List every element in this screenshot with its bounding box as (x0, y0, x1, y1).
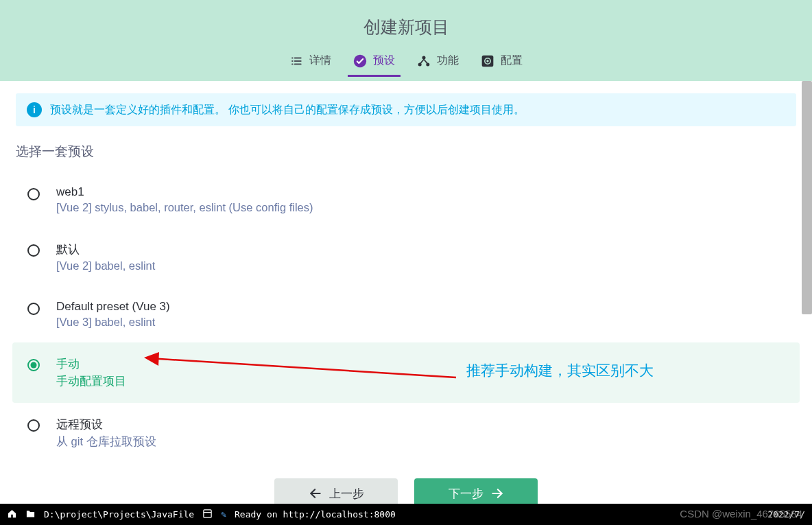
radio-icon (27, 359, 40, 371)
radio-icon (27, 244, 40, 257)
layout-icon[interactable] (202, 509, 213, 521)
option-desc: 手动配置项目 (56, 374, 126, 389)
preset-option-vue3[interactable]: Default preset (Vue 3) [Vue 3] babel, es… (12, 286, 800, 342)
status-ready: Ready on http://localhost:8000 (235, 509, 396, 520)
page-title: 创建新项目 (0, 0, 812, 38)
tab-presets[interactable]: 预设 (353, 54, 395, 77)
button-label: 上一步 (329, 486, 364, 502)
tab-label: 预设 (373, 54, 395, 68)
option-title: 远程预设 (56, 417, 156, 432)
tab-label: 功能 (437, 54, 459, 68)
status-date: 2022/7/ (767, 509, 805, 520)
option-desc: [Vue 2] stylus, babel, router, eslint (U… (56, 201, 313, 214)
arrow-left-icon (309, 487, 322, 500)
gear-icon (481, 54, 494, 68)
option-desc: 从 git 仓库拉取预设 (56, 434, 156, 450)
preset-option-default[interactable]: 默认 [Vue 2] babel, eslint (12, 228, 800, 286)
hub-icon (417, 54, 431, 68)
option-title: web1 (56, 185, 313, 199)
check-circle-icon (353, 54, 367, 68)
svg-point-12 (486, 60, 488, 62)
option-title: 默认 (56, 242, 155, 257)
radio-icon (27, 303, 40, 315)
info-banner: i 预设就是一套定义好的插件和配置。 你也可以将自己的配置保存成预设，方便以后创… (16, 93, 796, 126)
edit-icon[interactable]: ✎ (221, 509, 226, 520)
content-area: i 预设就是一套定义好的插件和配置。 你也可以将自己的配置保存成预设，方便以后创… (0, 81, 812, 504)
option-desc: [Vue 2] babel, eslint (56, 259, 155, 272)
button-label: 下一步 (449, 486, 483, 502)
svg-point-7 (422, 56, 426, 59)
footer-buttons: 上一步 下一步 (16, 463, 796, 504)
list-icon (289, 54, 303, 68)
info-icon: i (27, 102, 42, 117)
folder-icon[interactable] (25, 509, 36, 521)
header-tabs: 详情 预设 功能 配置 (0, 54, 812, 77)
preset-option-manual[interactable]: 手动 手动配置项目 (12, 342, 800, 403)
next-button[interactable]: 下一步 (414, 478, 538, 504)
back-button[interactable]: 上一步 (274, 478, 398, 504)
tab-features[interactable]: 功能 (417, 54, 459, 77)
option-desc: [Vue 3] babel, eslint (56, 316, 170, 329)
tab-label: 详情 (309, 54, 331, 68)
svg-rect-17 (204, 509, 211, 517)
tab-label: 配置 (501, 54, 523, 68)
annotation-text: 推荐手动构建，其实区别不大 (466, 361, 654, 380)
option-title: 手动 (56, 356, 126, 372)
preset-option-remote[interactable]: 远程预设 从 git 仓库拉取预设 (12, 403, 800, 463)
option-title: Default preset (Vue 3) (56, 300, 170, 314)
info-text: 预设就是一套定义好的插件和配置。 你也可以将自己的配置保存成预设，方便以后创建项… (50, 103, 525, 117)
tab-config[interactable]: 配置 (481, 54, 523, 77)
radio-icon (27, 419, 40, 432)
scrollbar[interactable] (802, 81, 812, 314)
radio-icon (27, 188, 40, 200)
status-path: D:\project\Projects\JavaFile (44, 509, 194, 520)
tab-details[interactable]: 详情 (289, 54, 331, 77)
status-bar: D:\project\Projects\JavaFile ✎ Ready on … (0, 504, 812, 525)
preset-option-web1[interactable]: web1 [Vue 2] stylus, babel, router, esli… (12, 172, 800, 228)
home-icon[interactable] (7, 509, 17, 521)
arrow-right-icon (490, 487, 504, 500)
section-title: 选择一套预设 (16, 143, 796, 161)
